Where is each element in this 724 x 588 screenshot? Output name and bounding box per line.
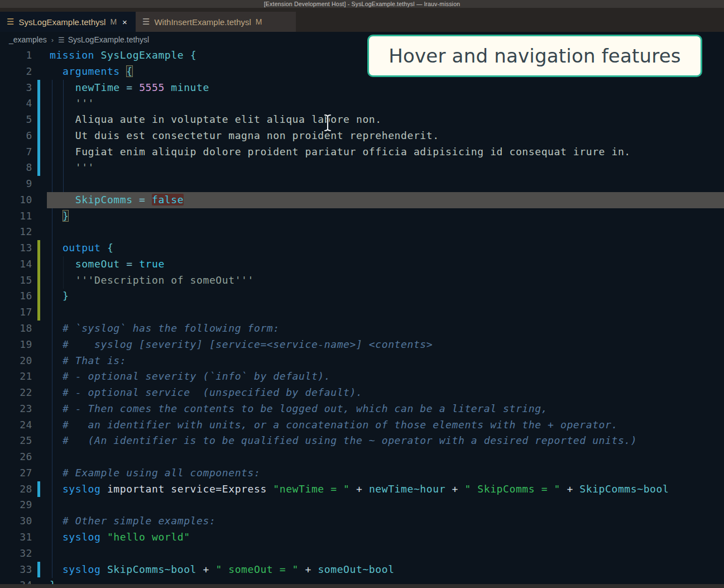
token	[50, 130, 75, 141]
code-line[interactable]: 22 # - optional service (unspecified by …	[0, 385, 724, 401]
code-line[interactable]: 33 syslog SkipComms~bool + " someOut = "…	[0, 562, 724, 578]
code-line[interactable]: 6 Ut duis est consectetur magna non proi…	[0, 128, 724, 144]
git-added-indicator[interactable]	[37, 256, 40, 273]
token: # syslog [severity] [service=<service-na…	[63, 338, 433, 350]
line-gutter: 29	[0, 497, 50, 513]
code-text: # - Then comes the contents to be logged…	[50, 401, 548, 417]
token	[50, 403, 63, 414]
code-line[interactable]: 16 }	[0, 288, 724, 304]
line-gutter: 8	[0, 160, 50, 176]
code-line[interactable]: 5 Aliqua aute in voluptate elit aliqua l…	[0, 112, 724, 128]
close-icon[interactable]: ×	[122, 18, 127, 26]
token: " someOut = "	[215, 563, 299, 575]
token	[50, 210, 63, 222]
code-line[interactable]: 32	[0, 546, 724, 562]
code-line[interactable]: 10 SkipComms = false	[0, 192, 724, 208]
code-text: syslog SkipComms~bool + " someOut = " + …	[50, 562, 395, 578]
git-modified-indicator[interactable]	[37, 160, 40, 176]
breadcrumb-folder[interactable]: _examples	[9, 35, 47, 44]
token: newTime~hour	[369, 483, 445, 495]
git-modified-indicator[interactable]	[37, 95, 40, 112]
token: # `syslog` has the following form:	[63, 322, 280, 334]
token	[50, 483, 63, 495]
git-modified-indicator[interactable]	[37, 80, 40, 96]
git-added-indicator[interactable]	[37, 288, 40, 304]
code-line[interactable]: 25 # (An identifier is to be qualified u…	[0, 433, 724, 449]
git-added-indicator[interactable]	[37, 304, 40, 321]
file-icon: ☰	[7, 17, 14, 27]
code-text: # an identifier with units, or a concate…	[50, 417, 618, 433]
code-line[interactable]: 15 '''Description of someOut'''	[0, 273, 724, 289]
tab-syslogexample[interactable]: ☰ SysLogExample.tethysl M ×	[0, 12, 136, 32]
git-modified-indicator[interactable]	[37, 562, 40, 578]
line-number: 26	[0, 449, 32, 465]
code-text: # - optional service (unspecified by def…	[50, 385, 362, 401]
tab-withinsertexample[interactable]: ☰ WithInsertExample.tethysl M	[136, 12, 296, 32]
code-line[interactable]: 24 # an identifier with units, or a conc…	[0, 417, 724, 433]
token: =	[120, 82, 139, 93]
line-number: 30	[0, 513, 32, 529]
breadcrumb-file[interactable]: SysLogExample.tethysl	[68, 35, 150, 44]
git-modified-indicator[interactable]	[37, 112, 40, 128]
code-line[interactable]: 7 Fugiat enim aliquip dolore proident pa…	[0, 144, 724, 160]
code-line[interactable]: 23 # - Then comes the contents to be log…	[0, 401, 724, 417]
token: # - optional severity (`info` by default…	[63, 370, 330, 382]
line-number: 15	[0, 273, 32, 289]
line-gutter: 12	[0, 224, 50, 240]
line-number: 23	[0, 401, 32, 417]
git-modified-indicator[interactable]	[37, 144, 40, 160]
code-line[interactable]: 8 '''	[0, 160, 724, 176]
token: Ut duis est consectetur magna non proide…	[75, 130, 439, 141]
code-text: # Example using all components:	[50, 465, 260, 481]
token	[50, 65, 63, 77]
code-line[interactable]: 17	[0, 304, 724, 321]
code-line[interactable]: 14 someOut = true	[0, 256, 724, 273]
token: # (An identifier is to be qualified usin…	[63, 434, 637, 446]
code-line[interactable]: 12	[0, 224, 724, 240]
line-gutter: 20	[0, 353, 50, 369]
token: +	[445, 483, 464, 495]
tab-label: SysLogExample.tethysl	[18, 17, 106, 27]
token: someOut~bool	[318, 563, 394, 575]
git-added-indicator[interactable]	[37, 273, 40, 289]
code-line[interactable]: 28 syslog important service=Express "new…	[0, 481, 724, 498]
code-text: # syslog [severity] [service=<service-na…	[50, 337, 433, 353]
code-text: # - optional severity (`info` by default…	[50, 369, 330, 385]
line-gutter: 26	[0, 449, 50, 465]
code-line[interactable]: 21 # - optional severity (`info` by defa…	[0, 369, 724, 385]
file-icon: ☰	[58, 36, 65, 44]
code-line[interactable]: 18 # `syslog` has the following form:	[0, 321, 724, 337]
git-modified-indicator[interactable]	[37, 481, 40, 498]
code-line[interactable]: 31 syslog "hello world"	[0, 529, 724, 546]
token: =	[133, 194, 152, 205]
code-text: # Other simple examples:	[50, 513, 215, 529]
code-line[interactable]: 4 '''	[0, 95, 724, 112]
git-added-indicator[interactable]	[37, 240, 40, 256]
token: syslog	[63, 483, 107, 495]
token: output	[63, 242, 107, 254]
code-area[interactable]: 1mission SysLogExample {2 arguments {3 n…	[0, 47, 724, 588]
line-number: 16	[0, 288, 32, 304]
code-line[interactable]: 29	[0, 497, 724, 513]
token: SysLogExample	[101, 49, 190, 61]
token	[50, 419, 63, 431]
code-line[interactable]: 11 }	[0, 208, 724, 224]
token	[50, 113, 75, 125]
code-line[interactable]: 20 # That is:	[0, 353, 724, 369]
code-line[interactable]: 9	[0, 176, 724, 192]
code-text: mission SysLogExample {	[50, 47, 196, 64]
token	[50, 355, 63, 366]
code-line[interactable]: 19 # syslog [severity] [service=<service…	[0, 337, 724, 353]
token	[50, 97, 75, 109]
line-gutter: 5	[0, 112, 50, 128]
code-line[interactable]: 30 # Other simple examples:	[0, 513, 724, 529]
code-line[interactable]: 3 newTime = 5555 minute	[0, 80, 724, 96]
line-gutter: 23	[0, 401, 50, 417]
git-modified-indicator[interactable]	[37, 128, 40, 144]
line-gutter: 7	[0, 144, 50, 160]
code-line[interactable]: 26	[0, 449, 724, 465]
code-text: '''	[50, 160, 94, 176]
code-line[interactable]: 27 # Example using all components:	[0, 465, 724, 481]
code-line[interactable]: 13 output {	[0, 240, 724, 256]
token: '''Description of someOut'''	[75, 274, 254, 286]
